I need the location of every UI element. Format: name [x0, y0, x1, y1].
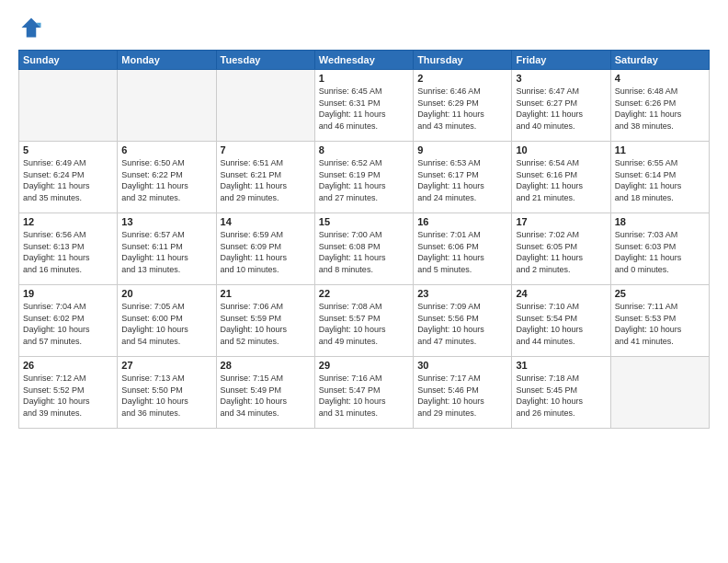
calendar-cell: 29Sunrise: 7:16 AM Sunset: 5:47 PM Dayli… [314, 357, 413, 429]
day-info: Sunrise: 7:02 AM Sunset: 6:05 PM Dayligh… [516, 229, 606, 275]
day-number: 25 [615, 288, 705, 299]
day-number: 13 [121, 216, 211, 227]
calendar-cell: 10Sunrise: 6:54 AM Sunset: 6:16 PM Dayli… [512, 142, 610, 213]
weekday-header-sunday: Sunday [19, 51, 118, 70]
calendar-cell: 27Sunrise: 7:13 AM Sunset: 5:50 PM Dayli… [118, 357, 216, 429]
calendar-cell [118, 70, 216, 142]
day-info: Sunrise: 6:46 AM Sunset: 6:29 PM Dayligh… [417, 86, 507, 132]
day-info: Sunrise: 6:50 AM Sunset: 6:22 PM Dayligh… [121, 157, 211, 203]
day-number: 9 [417, 144, 507, 155]
day-info: Sunrise: 6:55 AM Sunset: 6:14 PM Dayligh… [615, 157, 705, 203]
day-info: Sunrise: 7:10 AM Sunset: 5:54 PM Dayligh… [516, 301, 606, 347]
day-info: Sunrise: 6:59 AM Sunset: 6:09 PM Dayligh… [221, 229, 311, 275]
day-number: 28 [221, 360, 311, 371]
day-info: Sunrise: 7:13 AM Sunset: 5:50 PM Dayligh… [121, 373, 211, 419]
day-number: 6 [121, 144, 211, 155]
day-number: 4 [615, 73, 705, 84]
day-info: Sunrise: 6:47 AM Sunset: 6:27 PM Dayligh… [516, 86, 606, 132]
calendar-week-1: 1Sunrise: 6:45 AM Sunset: 6:31 PM Daylig… [19, 70, 710, 142]
weekday-header-monday: Monday [118, 51, 216, 70]
day-number: 7 [221, 144, 311, 155]
calendar-week-3: 12Sunrise: 6:56 AM Sunset: 6:13 PM Dayli… [19, 213, 710, 285]
day-info: Sunrise: 6:51 AM Sunset: 6:21 PM Dayligh… [221, 157, 311, 203]
page: SundayMondayTuesdayWednesdayThursdayFrid… [0, 0, 728, 563]
header [18, 15, 710, 40]
day-info: Sunrise: 6:49 AM Sunset: 6:24 PM Dayligh… [23, 157, 113, 203]
calendar-week-5: 26Sunrise: 7:12 AM Sunset: 5:52 PM Dayli… [19, 357, 710, 429]
calendar-cell: 12Sunrise: 6:56 AM Sunset: 6:13 PM Dayli… [19, 213, 118, 285]
calendar-cell: 22Sunrise: 7:08 AM Sunset: 5:57 PM Dayli… [314, 285, 413, 357]
calendar-cell: 25Sunrise: 7:11 AM Sunset: 5:53 PM Dayli… [610, 285, 709, 357]
day-info: Sunrise: 7:16 AM Sunset: 5:47 PM Dayligh… [319, 373, 409, 419]
day-number: 12 [23, 216, 113, 227]
day-number: 26 [23, 360, 113, 371]
day-info: Sunrise: 6:52 AM Sunset: 6:19 PM Dayligh… [319, 157, 409, 203]
day-number: 15 [319, 216, 409, 227]
day-info: Sunrise: 7:01 AM Sunset: 6:06 PM Dayligh… [417, 229, 507, 275]
logo-icon [18, 15, 44, 40]
day-number: 22 [319, 288, 409, 299]
calendar-cell: 15Sunrise: 7:00 AM Sunset: 6:08 PM Dayli… [314, 213, 413, 285]
day-info: Sunrise: 7:04 AM Sunset: 6:02 PM Dayligh… [23, 301, 113, 347]
calendar-cell: 7Sunrise: 6:51 AM Sunset: 6:21 PM Daylig… [216, 142, 314, 213]
day-info: Sunrise: 7:15 AM Sunset: 5:49 PM Dayligh… [221, 373, 311, 419]
calendar-cell [216, 70, 314, 142]
day-info: Sunrise: 6:45 AM Sunset: 6:31 PM Dayligh… [319, 86, 409, 132]
weekday-header-tuesday: Tuesday [216, 51, 314, 70]
logo [18, 15, 48, 40]
day-number: 21 [221, 288, 311, 299]
calendar-week-2: 5Sunrise: 6:49 AM Sunset: 6:24 PM Daylig… [19, 142, 710, 213]
calendar-cell: 23Sunrise: 7:09 AM Sunset: 5:56 PM Dayli… [414, 285, 512, 357]
calendar-cell: 6Sunrise: 6:50 AM Sunset: 6:22 PM Daylig… [118, 142, 216, 213]
weekday-header-thursday: Thursday [414, 51, 512, 70]
day-info: Sunrise: 7:00 AM Sunset: 6:08 PM Dayligh… [319, 229, 409, 275]
day-number: 16 [417, 216, 507, 227]
calendar-cell: 8Sunrise: 6:52 AM Sunset: 6:19 PM Daylig… [314, 142, 413, 213]
calendar-cell: 18Sunrise: 7:03 AM Sunset: 6:03 PM Dayli… [610, 213, 709, 285]
day-info: Sunrise: 6:48 AM Sunset: 6:26 PM Dayligh… [615, 86, 705, 132]
weekday-header-friday: Friday [512, 51, 610, 70]
calendar-week-4: 19Sunrise: 7:04 AM Sunset: 6:02 PM Dayli… [19, 285, 710, 357]
day-info: Sunrise: 7:06 AM Sunset: 5:59 PM Dayligh… [221, 301, 311, 347]
day-info: Sunrise: 7:18 AM Sunset: 5:45 PM Dayligh… [516, 373, 606, 419]
day-number: 30 [417, 360, 507, 371]
day-info: Sunrise: 6:53 AM Sunset: 6:17 PM Dayligh… [417, 157, 507, 203]
day-info: Sunrise: 7:08 AM Sunset: 5:57 PM Dayligh… [319, 301, 409, 347]
calendar-cell: 3Sunrise: 6:47 AM Sunset: 6:27 PM Daylig… [512, 70, 610, 142]
day-info: Sunrise: 7:03 AM Sunset: 6:03 PM Dayligh… [615, 229, 705, 275]
day-number: 11 [615, 144, 705, 155]
day-number: 14 [221, 216, 311, 227]
svg-marker-0 [22, 18, 41, 38]
day-info: Sunrise: 7:17 AM Sunset: 5:46 PM Dayligh… [417, 373, 507, 419]
day-info: Sunrise: 7:12 AM Sunset: 5:52 PM Dayligh… [23, 373, 113, 419]
day-info: Sunrise: 6:54 AM Sunset: 6:16 PM Dayligh… [516, 157, 606, 203]
day-number: 10 [516, 144, 606, 155]
day-number: 3 [516, 73, 606, 84]
day-number: 17 [516, 216, 606, 227]
calendar-cell: 2Sunrise: 6:46 AM Sunset: 6:29 PM Daylig… [414, 70, 512, 142]
day-number: 29 [319, 360, 409, 371]
day-number: 27 [121, 360, 211, 371]
calendar-cell: 26Sunrise: 7:12 AM Sunset: 5:52 PM Dayli… [19, 357, 118, 429]
day-info: Sunrise: 6:56 AM Sunset: 6:13 PM Dayligh… [23, 229, 113, 275]
calendar-cell [610, 357, 709, 429]
calendar-cell: 16Sunrise: 7:01 AM Sunset: 6:06 PM Dayli… [414, 213, 512, 285]
day-info: Sunrise: 7:11 AM Sunset: 5:53 PM Dayligh… [615, 301, 705, 347]
calendar-cell: 28Sunrise: 7:15 AM Sunset: 5:49 PM Dayli… [216, 357, 314, 429]
weekday-header-saturday: Saturday [610, 51, 709, 70]
calendar-cell: 5Sunrise: 6:49 AM Sunset: 6:24 PM Daylig… [19, 142, 118, 213]
day-info: Sunrise: 7:05 AM Sunset: 6:00 PM Dayligh… [121, 301, 211, 347]
calendar-cell: 14Sunrise: 6:59 AM Sunset: 6:09 PM Dayli… [216, 213, 314, 285]
calendar-cell [19, 70, 118, 142]
calendar-cell: 24Sunrise: 7:10 AM Sunset: 5:54 PM Dayli… [512, 285, 610, 357]
day-info: Sunrise: 6:57 AM Sunset: 6:11 PM Dayligh… [121, 229, 211, 275]
day-number: 1 [319, 73, 409, 84]
calendar-cell: 30Sunrise: 7:17 AM Sunset: 5:46 PM Dayli… [414, 357, 512, 429]
weekday-header-row: SundayMondayTuesdayWednesdayThursdayFrid… [19, 51, 710, 70]
calendar-cell: 9Sunrise: 6:53 AM Sunset: 6:17 PM Daylig… [414, 142, 512, 213]
calendar-cell: 13Sunrise: 6:57 AM Sunset: 6:11 PM Dayli… [118, 213, 216, 285]
calendar-cell: 1Sunrise: 6:45 AM Sunset: 6:31 PM Daylig… [314, 70, 413, 142]
day-number: 20 [121, 288, 211, 299]
weekday-header-wednesday: Wednesday [314, 51, 413, 70]
day-info: Sunrise: 7:09 AM Sunset: 5:56 PM Dayligh… [417, 301, 507, 347]
